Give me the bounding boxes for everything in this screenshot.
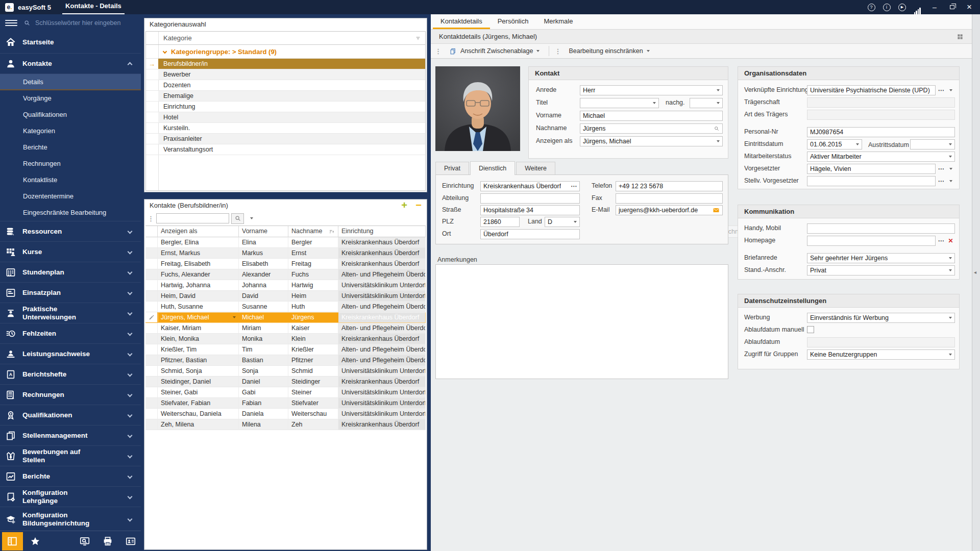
sidebar-item-rechnungen[interactable]: Rechnungen: [0, 156, 141, 172]
category-row-ehemalige[interactable]: Ehemalige: [146, 91, 425, 102]
contact-row-huth-susanne[interactable]: Huth, SusanneSusanneHuthAlten- und Pfleg…: [145, 302, 426, 312]
category-row-dozenten[interactable]: Dozenten: [146, 80, 425, 91]
column-header-anzeigen-als[interactable]: Anzeigen als: [158, 226, 239, 237]
sidebar-item-bewerbungen-auf-stellen[interactable]: Bewerbungen auf Stellen: [0, 445, 141, 466]
panel-layout-button[interactable]: [2, 532, 23, 550]
ablaufdatum-manuell-checkbox[interactable]: [807, 326, 814, 333]
vorgesetzter-dropdown[interactable]: [946, 164, 955, 174]
category-column-header[interactable]: Kategorie: [146, 32, 425, 45]
homepage-clear-button[interactable]: ✕: [946, 236, 955, 246]
sidebar-item-stellenmanagement[interactable]: Stellenmanagement: [0, 425, 141, 445]
contacts-search-button[interactable]: [231, 213, 244, 224]
telefon-input[interactable]: +49 12 23 5678: [616, 181, 723, 191]
category-group-row[interactable]: Kategoriengruppe: > Standard (9): [146, 45, 425, 59]
fax-input[interactable]: [616, 193, 723, 204]
sidebar-item-berichte[interactable]: Berichte: [0, 466, 141, 486]
menu-icon[interactable]: [5, 18, 17, 28]
email-send-icon[interactable]: [713, 207, 720, 214]
drag-handle-icon[interactable]: ⋮: [148, 215, 154, 222]
tab-merkmale[interactable]: Merkmale: [536, 14, 580, 29]
play-icon[interactable]: ▶: [894, 0, 910, 14]
contact-row-ernst-markus[interactable]: Ernst, MarkusMarkusErnstKreiskrankenhaus…: [145, 248, 426, 259]
toolbar-drag-handle-icon[interactable]: ⋮: [435, 48, 442, 55]
tab-dienstlich[interactable]: Dienstlich: [470, 161, 515, 175]
contact-row-fuchs-alexander[interactable]: Fuchs, AlexanderAlexanderFuchsAlten- und…: [145, 269, 426, 280]
sidebar-item-details[interactable]: Details: [0, 74, 141, 90]
handy-mobil-input[interactable]: [807, 223, 955, 234]
column-header-einrichtung[interactable]: Einrichtung: [338, 226, 426, 237]
stellv-vorgesetzter-input[interactable]: [807, 176, 936, 186]
favorites-star-button[interactable]: [25, 532, 46, 550]
contact-row-schmid-sonja[interactable]: Schmid, SonjaSonjaSchmidUniversitätsklin…: [145, 366, 426, 377]
category-row-veranstaltungsort[interactable]: Veranstaltungsort: [146, 144, 425, 155]
category-row-kursteiln[interactable]: Kursteiln.: [146, 123, 425, 134]
contact-row-kriessler-tim[interactable]: Krießler, TimTimKrießlerAlten- und Pfleg…: [145, 344, 426, 355]
contact-row-zeh-milena[interactable]: Zeh, MilenaMilenaZehKreiskrankenhaus Übe…: [145, 419, 426, 430]
zugriff-fuer-gruppen-select[interactable]: Keine Benutzergruppen: [807, 349, 955, 360]
category-row-berufsbildner-in[interactable]: →Berufsbildner/in: [146, 59, 425, 69]
titel-select[interactable]: [580, 98, 659, 108]
add-contact-button[interactable]: +: [401, 199, 407, 211]
contact-row-juergens-michael[interactable]: Jürgens, MichaelMichaelJürgensKreiskrank…: [145, 312, 426, 323]
contacts-search-input[interactable]: [156, 213, 229, 223]
sidebar-item-einsatzplan[interactable]: Einsatzplan: [0, 282, 141, 303]
anschrift-zwischenablage-button[interactable]: Anschrift Zwischenablage: [445, 46, 544, 57]
anrede-select[interactable]: Herr: [580, 85, 723, 95]
briefanrede-select[interactable]: Sehr geehrter Herr Jürgens: [807, 253, 955, 263]
sidebar-item-kontakte[interactable]: Kontakte: [0, 53, 141, 73]
stats-icon[interactable]: [910, 0, 925, 14]
contact-row-heim-david[interactable]: Heim, DavidDavidHeimUniversitätsklinikum…: [145, 291, 426, 302]
column-header-nachname[interactable]: Nachname: [288, 226, 338, 237]
sidebar-item-qualifikationen[interactable]: Qualifikationen: [0, 107, 141, 123]
minimize-button[interactable]: –: [927, 0, 942, 14]
werbung-select[interactable]: Einverständnis für Werbung: [807, 313, 955, 323]
vorgesetzter-lookup-button[interactable]: ⋯: [937, 164, 945, 174]
homepage-lookup-button[interactable]: ⋯: [937, 236, 945, 246]
homepage-input[interactable]: [807, 236, 936, 246]
vorname-input[interactable]: Michael: [580, 111, 723, 121]
eintrittsdatum-select[interactable]: 01.06.2015: [807, 139, 862, 149]
verknuepfte-einrichtung-dropdown[interactable]: [946, 85, 955, 95]
sidebar-item-fehlzeiten[interactable]: Fehlzeiten: [0, 323, 141, 343]
contact-row-freitag-elisabeth[interactable]: Freitag, ElisabethElisabethFreitagKreisk…: [145, 259, 426, 269]
vorgesetzter-input[interactable]: Hägele, Vivien: [807, 164, 936, 174]
remove-contact-button[interactable]: −: [415, 199, 422, 211]
sidebar-item-kategorien[interactable]: Kategorien: [0, 123, 141, 139]
stellv-vorgesetzter-dropdown[interactable]: [946, 176, 955, 186]
toolbar-drag-handle-icon[interactable]: ⋮: [554, 48, 561, 55]
anzeigen-als-select[interactable]: Jürgens, Michael: [580, 136, 723, 146]
contact-row-kaiser-miriam[interactable]: Kaiser, MiriamMiriamKaiserAlten- und Pfl…: [145, 323, 426, 334]
sidebar-item-startseite[interactable]: Startseite: [0, 32, 141, 53]
sidebar-item-berichtshefte[interactable]: ABerichtshefte: [0, 364, 141, 384]
strasse-input[interactable]: Hospitalstraße 34: [480, 205, 580, 215]
screen-search-button[interactable]: [75, 532, 95, 550]
sidebar-item-kontaktliste[interactable]: Kontaktliste: [0, 172, 141, 188]
sidebar-item-konfiguration-lehrgaenge[interactable]: Konfiguration Lehrgänge: [0, 486, 141, 507]
search-icon[interactable]: [714, 126, 720, 132]
sidebar-item-ressourcen[interactable]: Ressourcen: [0, 221, 141, 241]
contact-row-steiner-gabi[interactable]: Steiner, GabiGabiSteinerUniversitätsklin…: [145, 387, 426, 398]
help-icon[interactable]: ?: [864, 0, 879, 14]
print-button[interactable]: [97, 532, 118, 550]
bearbeitung-einschraenken-button[interactable]: Bearbeitung einschränken: [565, 46, 653, 56]
tab-persoenlich[interactable]: Persönlich: [490, 14, 536, 29]
austrittsdatum-select[interactable]: [910, 139, 955, 149]
contact-row-weiterschau-daniela[interactable]: Weiterschau, DanielaDanielaWeiterschauUn…: [145, 409, 426, 419]
nachg-select[interactable]: [690, 98, 723, 108]
nachname-input[interactable]: Jürgens: [580, 123, 723, 134]
tab-weitere[interactable]: Weitere: [516, 162, 555, 175]
category-row-bewerber[interactable]: Bewerber: [146, 69, 425, 80]
stand-anschr-select[interactable]: Privat: [807, 265, 955, 276]
window-tab-kontakte-details[interactable]: Kontakte - Details: [62, 0, 125, 14]
sidebar-item-leistungsnachweise[interactable]: Leistungsnachweise: [0, 343, 141, 364]
tab-kontaktdetails[interactable]: Kontaktdetails: [433, 14, 490, 29]
anmerkungen-textarea[interactable]: [435, 264, 728, 379]
panel-collapse-strip[interactable]: ◂: [972, 14, 980, 551]
email-input[interactable]: juergens@kkh-ueberdorf.de: [616, 205, 723, 215]
sidebar-item-kurse[interactable]: Kurse: [0, 241, 141, 262]
contact-card-button[interactable]: [120, 532, 141, 550]
sidebar-search-input[interactable]: [34, 19, 126, 27]
abteilung-input[interactable]: [480, 193, 580, 204]
einrichtung-lookup-button[interactable]: ⋯: [571, 183, 577, 189]
personal-nr-input[interactable]: MJ0987654: [807, 127, 955, 137]
